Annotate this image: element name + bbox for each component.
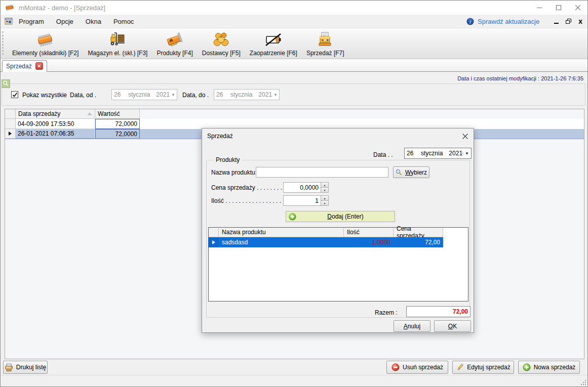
current-row-arrow-icon	[212, 240, 215, 244]
mdi-close-button[interactable]: x	[578, 18, 582, 25]
show-all-checkbox[interactable]	[11, 91, 18, 98]
toolbar-magazyn-button[interactable]: Magazyn el. (skł.) [F3]	[83, 30, 152, 58]
sales-grid-header: Data sprzedaży Wartość	[5, 109, 584, 119]
table-row[interactable]: 04-09-2009 17:53:50 72,0000	[5, 119, 584, 129]
delete-icon	[391, 363, 400, 371]
ok-button[interactable]: OK	[434, 320, 471, 332]
sort-ascending-icon	[87, 112, 92, 115]
column-header-price[interactable]: Cena sprzedaży	[394, 228, 443, 237]
chip-icon	[36, 31, 55, 49]
menu-program[interactable]: Program	[13, 15, 50, 28]
title-bar: mMontaż - demo - [Sprzedaż]	[1, 1, 587, 15]
dialog-date-label: Data . .	[373, 151, 393, 158]
current-row-arrow-icon	[9, 132, 12, 136]
add-product-button[interactable]: Dodaj (Enter)	[286, 211, 395, 222]
menu-opcje[interactable]: Opcje	[50, 15, 80, 28]
choose-product-button[interactable]: Wybierz	[393, 166, 429, 178]
date-to-picker[interactable]: 26 stycznia 2021 ▼	[214, 89, 280, 100]
spin-up-icon[interactable]: ▲	[321, 182, 329, 188]
forklift-icon	[108, 31, 127, 49]
pencil-icon	[456, 363, 464, 371]
mdi-restore-button[interactable]	[566, 19, 571, 24]
battery-icon	[264, 31, 283, 49]
show-all-label: Pokaz wszystkie	[22, 92, 67, 99]
add-icon	[289, 213, 296, 221]
pci-card-icon	[165, 31, 184, 49]
toolbar: Elementy (składniki) [F2] Magazyn el. (s…	[1, 28, 587, 59]
print-list-button[interactable]: Drukuj listę	[3, 361, 48, 374]
check-icon	[12, 92, 18, 98]
products-group-label: Produkty	[214, 156, 242, 163]
dialog-close-button[interactable]	[456, 128, 474, 144]
dialog-grid-header: Nazwa produktu Ilość Cena sprzedaży	[209, 228, 468, 237]
price-label: Cena sprzedaży . . . . . . . . .	[211, 184, 286, 191]
zoom-icon	[2, 79, 10, 88]
resize-grip[interactable]	[580, 379, 586, 385]
menu-bar: Program Opcje Okna Pomoc i Sprawdź aktua…	[1, 15, 587, 28]
spin-up-icon[interactable]: ▲	[321, 195, 329, 201]
window-maximize-button[interactable]	[549, 1, 568, 15]
date-from-label: Data, od .	[70, 92, 96, 99]
check-updates-link[interactable]: Sprawdź aktualizacje	[478, 18, 539, 25]
spin-down-icon[interactable]: ▼	[321, 201, 329, 206]
delete-sale-button[interactable]: Usuń sprzedaż	[386, 361, 448, 374]
app-window: mMontaż - demo - [Sprzedaż] Program Opcj…	[0, 0, 588, 387]
menu-okna[interactable]: Okna	[80, 15, 107, 28]
form-icon	[5, 17, 13, 25]
window-minimize-button[interactable]	[530, 1, 549, 15]
price-spinner[interactable]: 0,0000 ▲ ▼	[283, 182, 329, 193]
mdi-minimize-button[interactable]	[554, 19, 559, 24]
window-title: mMontaż - demo - [Sprzedaż]	[19, 4, 105, 12]
spin-down-icon[interactable]: ▼	[321, 188, 329, 193]
tab-sprzedaz[interactable]: Sprzedaż ✕	[2, 60, 47, 72]
svg-text:i: i	[469, 19, 471, 24]
toolbar-zaopatrzenie-button[interactable]: Zaopatrzenie [F6]	[245, 30, 302, 58]
menu-pomoc[interactable]: Pomoc	[107, 15, 140, 28]
dropdown-arrow-icon: ▼	[171, 93, 175, 97]
column-header-date[interactable]: Data sprzedaży	[16, 109, 95, 119]
sale-dialog: Sprzedaż Data . . 26 stycznia 2021 ▼ Pro…	[202, 128, 474, 333]
column-header-value[interactable]: Wartość	[95, 109, 140, 119]
cash-register-icon	[316, 31, 335, 49]
dialog-title: Sprzedaż	[207, 133, 233, 140]
total-value-field: 72,00	[406, 306, 471, 317]
filter-panel: Pokaz wszystkie Data, od . 26 stycznia 2…	[2, 83, 585, 106]
cancel-button[interactable]: Anuluj	[394, 320, 430, 332]
total-label: Razem :	[375, 309, 398, 316]
product-name-label: Nazwa produktu:	[211, 169, 257, 176]
toolbar-grip[interactable]	[2, 31, 4, 55]
dialog-products-grid: Nazwa produktu Ilość Cena sprzedaży sads…	[208, 227, 468, 302]
table-row-selected[interactable]: sadsdasd 1,0000 72,00	[209, 237, 468, 247]
tab-close-icon[interactable]: ✕	[35, 62, 43, 70]
date-from-picker[interactable]: 26 stycznia 2021 ▼	[111, 89, 177, 100]
dropdown-arrow-icon: ▼	[273, 93, 278, 97]
grid-corner-cell	[5, 109, 16, 119]
quantity-label: Ilość . . . . . . . . . . . . . . . . . …	[211, 197, 285, 204]
calendar-icon	[462, 150, 463, 157]
new-sale-button[interactable]: Nowa sprzedaż	[518, 361, 580, 374]
toolbar-elementy-button[interactable]: Elementy (składniki) [F2]	[8, 30, 83, 58]
toolbar-produkty-button[interactable]: Produkty [F4]	[152, 30, 197, 58]
edit-sale-button[interactable]: Edytuj sprzedaż	[452, 361, 514, 374]
toolbar-sprzedaz-button[interactable]: Sprzedaż [F7]	[302, 30, 349, 58]
search-icon	[396, 169, 402, 176]
dialog-date-picker[interactable]: 26 stycznia 2021 ▼	[404, 148, 472, 159]
quantity-spinner[interactable]: 1 ▲ ▼	[283, 195, 329, 206]
product-name-input[interactable]	[256, 167, 388, 178]
window-close-button[interactable]	[568, 1, 587, 15]
last-modified-text: Data i czas ostatniej modyfikacji : 2021…	[457, 75, 583, 81]
column-header-qty[interactable]: Ilość	[344, 228, 394, 237]
dialog-title-bar: Sprzedaż	[202, 128, 474, 144]
dropdown-arrow-icon: ▼	[465, 151, 469, 156]
app-chip-icon	[5, 4, 15, 11]
toolbar-dostawcy-button[interactable]: Dostawcy [F5]	[198, 30, 245, 58]
add-icon	[523, 363, 531, 371]
info-icon: i	[466, 18, 474, 25]
status-bar	[1, 375, 587, 386]
money-bags-icon	[212, 31, 231, 49]
printer-icon	[5, 364, 13, 371]
column-header-product-name[interactable]: Nazwa produktu	[219, 228, 344, 237]
tab-strip: Sprzedaż ✕	[1, 59, 587, 72]
date-to-label: Data, do .	[182, 92, 209, 99]
